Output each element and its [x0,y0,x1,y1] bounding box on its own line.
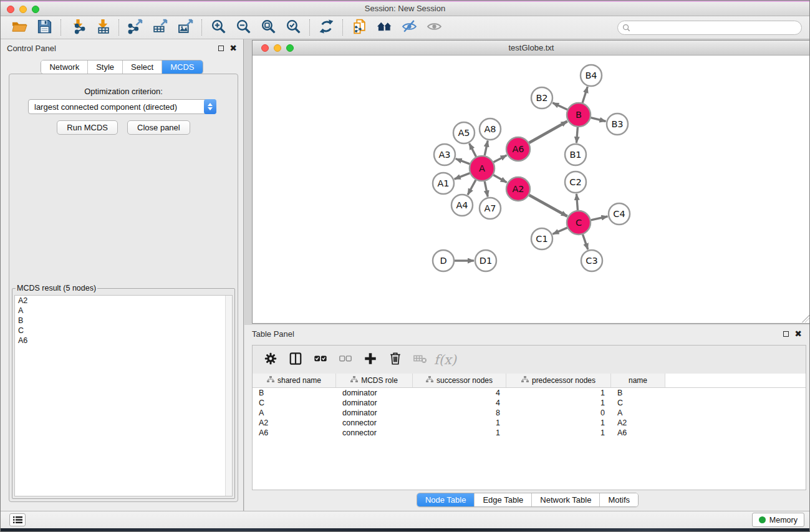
mcds-result-item[interactable]: A2 [15,296,232,306]
tab-select[interactable]: Select [123,60,162,74]
show-all-button[interactable] [422,18,446,37]
cell-MCDS-role[interactable]: dominator [336,388,413,398]
node-C4[interactable]: C4 [609,203,630,225]
cell-shared-name[interactable]: A [253,408,336,418]
export-network-button[interactable] [123,18,148,37]
node-A2[interactable]: A2 [506,177,530,201]
network-canvas[interactable]: B4B2BB3B1A5A8A6A3AA1C2A2A4A7CC4C1C3DD1 [253,56,810,323]
cell-successor-nodes[interactable]: 4 [413,388,506,398]
edge-A-A1[interactable] [455,173,470,180]
cell-successor-nodes[interactable]: 4 [413,398,506,408]
cell-shared-name[interactable]: A2 [253,418,336,428]
cell-shared-name[interactable]: A6 [253,428,336,438]
node-A[interactable]: A [470,156,494,181]
minimize-window-button[interactable] [19,6,27,13]
node-A3[interactable]: A3 [434,144,455,165]
import-table-button[interactable] [90,18,115,37]
node-C2[interactable]: C2 [565,172,586,193]
select-all-button[interactable] [311,350,330,370]
edge-B-B2[interactable] [552,103,567,110]
node-B3[interactable]: B3 [607,114,628,135]
cell-shared-name[interactable]: B [253,388,336,398]
node-C1[interactable]: C1 [531,228,552,249]
node-A6[interactable]: A6 [506,137,530,161]
node-D1[interactable]: D1 [475,250,496,271]
table-row[interactable]: Adominator80A [253,408,806,418]
hide-selected-button[interactable] [397,18,422,37]
cell-MCDS-role[interactable]: dominator [336,408,413,418]
cell-successor-nodes[interactable]: 8 [413,408,506,418]
delete-column-button[interactable] [386,350,405,370]
first-neighbors-button[interactable] [372,18,397,37]
close-panel-icon[interactable]: ✖ [229,45,237,51]
node-B4[interactable]: B4 [581,65,602,86]
window-resize-grip[interactable] [802,315,809,322]
mcds-result-item[interactable]: A [15,306,232,316]
table-settings-button[interactable] [261,350,280,370]
import-network-button[interactable] [65,18,90,37]
column-header-MCDS-role[interactable]: MCDS role [336,374,413,387]
zoom-fit-button[interactable] [256,18,281,37]
edge-A-A8[interactable] [485,141,488,156]
cell-MCDS-role[interactable]: connector [336,418,413,428]
cell-name[interactable]: C [611,398,665,408]
search-input[interactable] [617,21,802,35]
network-zoom-button[interactable] [286,44,294,52]
tab-style[interactable]: Style [88,60,123,74]
cell-successor-nodes[interactable]: 1 [413,418,506,428]
mcds-result-item[interactable]: C [15,326,232,336]
zoom-out-button[interactable] [231,18,256,37]
table-row[interactable]: A6connector11A6 [253,428,806,438]
network-graph[interactable]: B4B2BB3B1A5A8A6A3AA1C2A2A4A7CC4C1C3DD1 [253,56,810,323]
network-minimize-button[interactable] [274,44,281,52]
zoom-selected-button[interactable] [281,18,306,37]
table-row[interactable]: Bdominator41B [253,388,806,398]
close-table-panel-icon[interactable]: ✖ [794,331,802,337]
tab-node-table[interactable]: Node Table [417,493,475,506]
cell-predecessor-nodes[interactable]: 1 [506,428,611,438]
node-B2[interactable]: B2 [531,87,552,109]
result-list-scrollbar[interactable] [225,296,232,496]
edge-A-A6[interactable] [494,155,507,162]
edge-B-B1[interactable] [577,127,578,143]
tab-edge-table[interactable]: Edge Table [475,493,532,506]
memory-status-button[interactable]: Memory [752,513,804,527]
cell-MCDS-role[interactable]: dominator [336,398,413,408]
cell-predecessor-nodes[interactable]: 1 [506,388,611,398]
column-header-predecessor-nodes[interactable]: predecessor nodes [506,374,611,387]
column-header-successor-nodes[interactable]: successor nodes [413,374,506,387]
edge-C-C4[interactable] [591,216,608,220]
edge-A-A7[interactable] [485,181,488,197]
cell-predecessor-nodes[interactable]: 1 [506,418,611,428]
new-network-from-selection-button[interactable] [347,18,372,37]
table-row[interactable]: Cdominator41C [253,398,806,408]
node-C[interactable]: C [567,211,591,235]
zoom-window-button[interactable] [32,6,39,13]
edge-A-A5[interactable] [470,143,476,157]
deselect-all-button[interactable] [336,350,355,370]
run-mcds-button[interactable]: Run MCDS [57,120,118,135]
mcds-result-list[interactable]: A2ABCA6 [14,295,233,496]
export-image-button[interactable] [173,18,198,37]
cell-successor-nodes[interactable]: 1 [413,428,506,438]
create-column-button[interactable] [361,350,380,370]
column-header-shared-name[interactable]: shared name [253,374,336,387]
cell-name[interactable]: A2 [611,418,665,428]
edge-A2-C[interactable] [529,195,567,216]
zoom-in-button[interactable] [206,18,231,37]
cell-name[interactable]: B [611,388,665,398]
float-table-panel-icon[interactable] [783,331,789,337]
edge-A-A4[interactable] [468,180,476,195]
column-header-name[interactable]: name [611,374,665,387]
node-A5[interactable]: A5 [453,122,475,143]
edge-B-B3[interactable] [591,118,605,122]
node-A8[interactable]: A8 [480,118,501,140]
edge-B-B4[interactable] [582,87,587,103]
node-A7[interactable]: A7 [480,198,501,219]
apply-layout-button[interactable] [314,18,339,37]
edge-C-C3[interactable] [583,235,588,249]
tab-network-table[interactable]: Network Table [532,493,600,506]
save-session-button[interactable] [32,18,57,37]
node-C3[interactable]: C3 [581,250,602,271]
tab-network[interactable]: Network [41,60,88,74]
